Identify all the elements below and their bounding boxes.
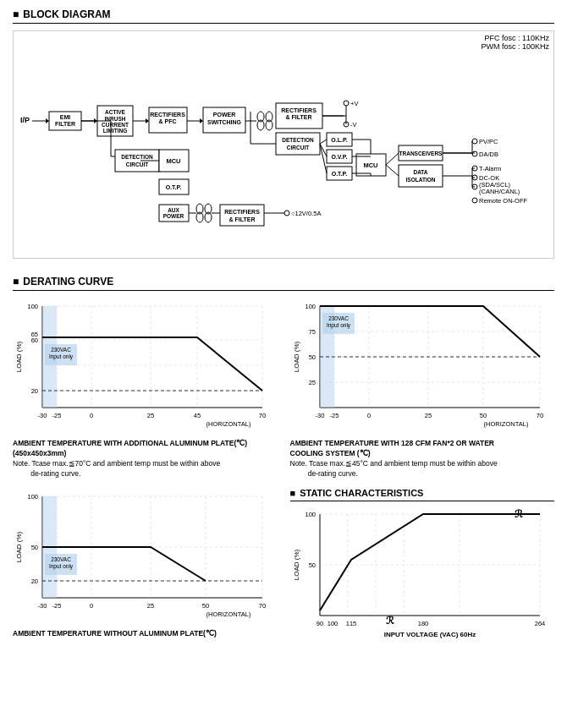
- svg-text:20: 20: [31, 387, 38, 395]
- static-char-title: STATIC CHARACTERISTICS: [300, 488, 423, 498]
- svg-text:0: 0: [90, 602, 93, 610]
- static-char-header: STATIC CHARACTERISTICS: [290, 488, 555, 501]
- chart1-note: Note. Tcase max.≦70°C and ambient temp m…: [13, 459, 220, 478]
- derating-chart2-area: LOAD (%) -30 -25 0: [290, 298, 555, 435]
- derating-chart1-area: LOAD (%) -30 -25: [13, 298, 278, 435]
- bottom-charts-row: LOAD (%) -30 -25 0 25: [13, 488, 554, 643]
- block-diagram-section: BLOCK DIAGRAM PFC fosc : 110KHzPWM fosc …: [13, 8, 554, 259]
- chart1-title: AMBIENT TEMPERATURE WITH ADDITIONAL ALUM…: [13, 439, 247, 457]
- svg-text:○12V/0.5A: ○12V/0.5A: [291, 210, 321, 217]
- svg-text:T-Alarm: T-Alarm: [479, 165, 501, 172]
- derating-charts-row: LOAD (%) -30 -25: [13, 298, 554, 479]
- svg-text:LOAD (%): LOAD (%): [293, 341, 300, 372]
- svg-text:DETECTION: DETECTION: [121, 154, 153, 160]
- derating-curve-section: DERATING CURVE LOAD (%): [13, 276, 554, 643]
- svg-text:MCU: MCU: [166, 157, 180, 165]
- svg-text:75: 75: [308, 328, 315, 336]
- svg-text:ACTIVE: ACTIVE: [105, 109, 126, 115]
- svg-text:70: 70: [536, 412, 542, 419]
- svg-point-82: [472, 151, 477, 156]
- svg-text:50: 50: [308, 561, 315, 569]
- svg-text:25: 25: [308, 379, 315, 386]
- svg-text:25: 25: [424, 412, 431, 419]
- svg-text:O.V.P.: O.V.P.: [331, 154, 347, 160]
- derating-curve-header: DERATING CURVE: [13, 276, 554, 291]
- svg-text:LIMITING: LIMITING: [103, 128, 128, 134]
- svg-text:O.L.P.: O.L.P.: [331, 137, 347, 143]
- svg-text:FILTER: FILTER: [55, 121, 75, 127]
- svg-text:0: 0: [366, 412, 370, 419]
- svg-point-97: [472, 198, 477, 203]
- svg-marker-1: [46, 118, 49, 123]
- chart2-title: AMBIENT TEMPERATURE WITH 128 CFM FAN*2 O…: [290, 439, 494, 457]
- block-diagram-title: BLOCK DIAGRAM: [23, 8, 110, 20]
- svg-text:DA/DB: DA/DB: [479, 151, 498, 158]
- svg-rect-108: [220, 205, 264, 226]
- svg-text:LOAD (%): LOAD (%): [293, 549, 300, 580]
- svg-text:0: 0: [90, 412, 93, 419]
- svg-text:INPUT VOLTAGE (VAC) 60Hz: INPUT VOLTAGE (VAC) 60Hz: [383, 631, 475, 638]
- svg-text:-30: -30: [38, 602, 47, 610]
- chart2-note: Note. Tcase max.≦45°C and ambient temp m…: [290, 459, 498, 478]
- svg-text:ℛ: ℛ: [386, 615, 394, 627]
- svg-text:(HORIZONTAL): (HORIZONTAL): [206, 420, 251, 428]
- static-char-container: STATIC CHARACTERISTICS LOAD (%): [290, 488, 555, 643]
- svg-text:Input only: Input only: [49, 563, 74, 570]
- svg-text:50: 50: [202, 602, 209, 610]
- block-diagram-svg: I/P EMI FILTER ACTIVE INRUSH CURRENT LIM…: [14, 31, 555, 255]
- svg-line-59: [320, 140, 327, 144]
- svg-text:115: 115: [345, 620, 356, 627]
- svg-text:+V: +V: [350, 100, 358, 107]
- block-diagram-container: PFC fosc : 110KHzPWM fosc : 100KHz I/P E…: [13, 30, 554, 259]
- svg-text:-30: -30: [315, 412, 324, 419]
- svg-text:Input only: Input only: [326, 322, 350, 329]
- svg-text:SWITCHING: SWITCHING: [207, 119, 242, 125]
- block-diagram-header: BLOCK DIAGRAM: [13, 8, 554, 24]
- svg-point-78: [472, 139, 477, 144]
- derating-chart1-container: LOAD (%) -30 -25: [13, 298, 278, 479]
- svg-text:DETECTION: DETECTION: [282, 137, 314, 143]
- svg-text:POWER: POWER: [163, 213, 184, 219]
- svg-line-60: [320, 144, 327, 156]
- svg-text:230VAC: 230VAC: [51, 347, 71, 353]
- svg-text:AUX: AUX: [168, 207, 179, 213]
- svg-text:RECTIFIERS: RECTIFIERS: [281, 107, 317, 113]
- svg-text:65: 65: [31, 331, 38, 338]
- svg-text:50: 50: [31, 544, 38, 551]
- svg-text:EMI: EMI: [60, 114, 71, 120]
- svg-text:20: 20: [31, 577, 38, 585]
- svg-text:100: 100: [305, 303, 316, 310]
- derating-chart2-container: LOAD (%) -30 -25 0: [290, 298, 555, 479]
- svg-point-32: [344, 101, 349, 106]
- derating-chart1-svg: LOAD (%) -30 -25: [13, 298, 271, 433]
- derating-chart2-svg: LOAD (%) -30 -25 0: [290, 298, 548, 433]
- svg-line-76: [386, 153, 399, 165]
- svg-text:100: 100: [305, 511, 316, 518]
- svg-rect-50: [276, 133, 320, 155]
- derating-curve-title: DERATING CURVE: [23, 276, 113, 287]
- svg-text:-V: -V: [350, 121, 357, 129]
- svg-text:RECTIFIERS: RECTIFIERS: [224, 209, 260, 215]
- svg-text:RECTIFIERS: RECTIFIERS: [150, 112, 185, 118]
- svg-text:50: 50: [479, 412, 486, 419]
- svg-text:CIRCUIT: CIRCUIT: [287, 145, 309, 151]
- svg-text:CURRENT: CURRENT: [102, 122, 129, 128]
- static-char-chart-area: LOAD (%) 90 100 115 180: [290, 506, 555, 643]
- derating-chart3-svg: LOAD (%) -30 -25 0 25: [13, 488, 271, 623]
- svg-text:TRANSCEIVERS: TRANSCEIVERS: [399, 151, 443, 156]
- svg-text:Remote ON-OFF: Remote ON-OFF: [479, 197, 528, 205]
- svg-text:LOAD (%): LOAD (%): [15, 531, 23, 562]
- ip-label: I/P: [20, 116, 30, 124]
- svg-text:CIRCUIT: CIRCUIT: [126, 161, 148, 167]
- svg-text:POWER: POWER: [213, 112, 235, 118]
- svg-text:& FILTER: & FILTER: [286, 114, 312, 120]
- svg-text:230VAC: 230VAC: [51, 556, 71, 562]
- svg-text:(HORIZONTAL): (HORIZONTAL): [483, 420, 528, 428]
- svg-text:O.T.P.: O.T.P.: [332, 171, 348, 177]
- pfc-note: PFC fosc : 110KHzPWM fosc : 100KHz: [481, 34, 549, 51]
- svg-marker-13: [146, 118, 149, 123]
- svg-text:90: 90: [316, 620, 322, 627]
- svg-text:& PFC: & PFC: [159, 118, 177, 124]
- derating-chart1-caption: AMBIENT TEMPERATURE WITH ADDITIONAL ALUM…: [13, 439, 278, 479]
- svg-text:-30: -30: [38, 412, 47, 419]
